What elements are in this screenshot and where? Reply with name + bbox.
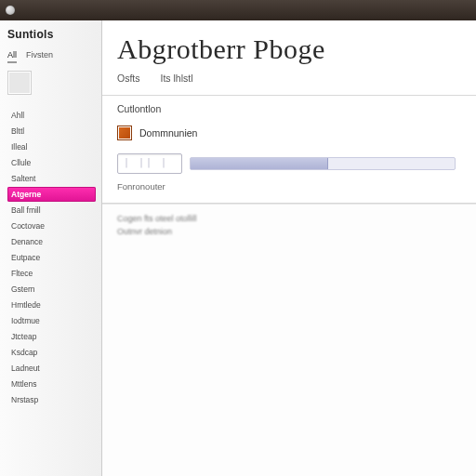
sidebar-tab-1[interactable]: Fivsten [26, 50, 53, 63]
sidebar-item[interactable]: Iodtmue [7, 313, 96, 328]
toolbar: Osfts Its lhlstl [102, 73, 476, 96]
toolbar-item-1[interactable]: Its lhlstl [161, 73, 193, 89]
content-line: Outnvr detnion [117, 227, 461, 236]
sidebar-item[interactable]: Saltent [7, 171, 96, 186]
sidebar-item[interactable]: Coctovae [7, 218, 96, 233]
content-area: Cogen fts oteel otollill Outnvr detnion [102, 204, 476, 476]
sidebar-item[interactable]: Ball fmill [7, 203, 96, 218]
sidebar-item[interactable]: Gstern [7, 282, 96, 297]
sidebar-item[interactable]: Jtcteap [7, 329, 96, 344]
color-swatch-icon[interactable] [117, 126, 132, 140]
sidebar-item[interactable]: Denance [7, 234, 96, 249]
page-title: Abgrotberr Pboge [102, 20, 476, 73]
value-input[interactable]: | || | [117, 153, 182, 174]
sidebar-item[interactable]: Eutpace [7, 250, 96, 265]
color-row: Dommnunien [102, 122, 476, 144]
toolbar-item-0[interactable]: Osfts [117, 73, 140, 89]
sidebar-item[interactable]: Mttlens [7, 377, 96, 391]
progress-fill [191, 158, 328, 169]
sidebar-item[interactable]: Fltece [7, 266, 96, 281]
sidebar-tabs: All Fivsten [7, 50, 96, 63]
app-body: Suntiols All Fivsten Ahll Blttl Illeal C… [0, 20, 476, 476]
content-line: Cogen fts oteel otollill [117, 214, 461, 223]
sidebar-item-selected[interactable]: Atgerne [7, 187, 96, 202]
sidebar: Suntiols All Fivsten Ahll Blttl Illeal C… [0, 20, 102, 476]
sidebar-item[interactable]: Illeal [7, 139, 96, 154]
color-row-label: Dommnunien [139, 127, 197, 139]
titlebar[interactable] [0, 0, 476, 20]
sidebar-item[interactable]: Ladneut [7, 361, 96, 376]
sidebar-heading: Suntiols [7, 28, 96, 41]
sidebar-item[interactable]: Blttl [7, 124, 96, 139]
sidebar-item[interactable]: Hmtlede [7, 298, 96, 312]
sidebar-thumbnail[interactable] [7, 71, 32, 95]
sidebar-item[interactable]: Cllule [7, 155, 96, 170]
progress-bar[interactable] [190, 157, 456, 170]
sidebar-list: Ahll Blttl Illeal Cllule Saltent Atgerne… [7, 108, 96, 407]
app-frame: Suntiols All Fivsten Ahll Blttl Illeal C… [0, 0, 476, 476]
sidebar-tab-0[interactable]: All [7, 50, 17, 63]
sidebar-item[interactable]: Ahll [7, 108, 96, 123]
section-label: Cutlontlon [102, 96, 476, 122]
sidebar-item[interactable]: Ksdcap [7, 345, 96, 360]
main-pane: Abgrotberr Pboge Osfts Its lhlstl Cutlon… [102, 20, 476, 476]
value-row: | || | [102, 144, 476, 179]
sidebar-item[interactable]: Nrstasp [7, 392, 96, 407]
field-caption: Fonronouter [102, 179, 476, 199]
window-control-dot[interactable] [6, 6, 15, 15]
